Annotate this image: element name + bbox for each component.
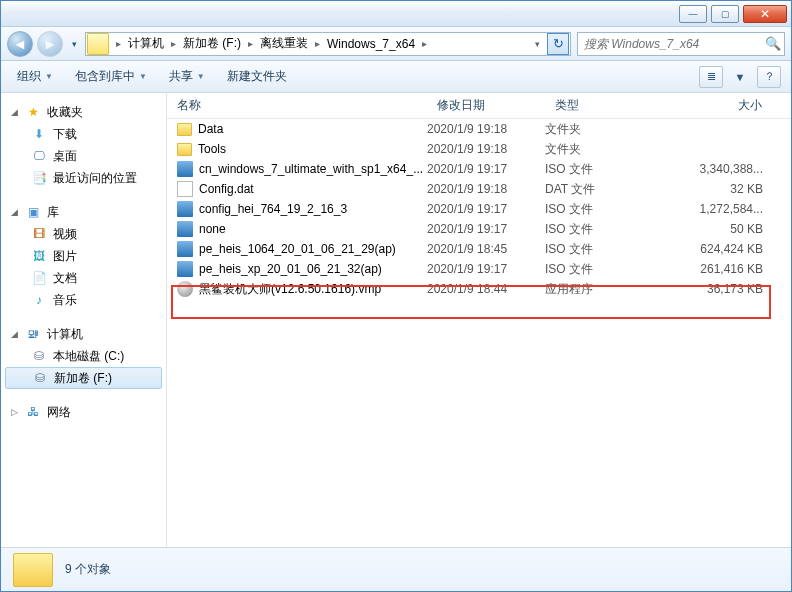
item-label: 下载 xyxy=(53,126,77,143)
item-label: 图片 xyxy=(53,248,77,265)
item-icon: ⬇ xyxy=(31,126,47,142)
file-type: ISO 文件 xyxy=(545,201,653,218)
file-row[interactable]: none2020/1/9 19:17ISO 文件50 KB xyxy=(167,219,791,239)
sidebar-item[interactable]: ♪音乐 xyxy=(1,289,166,311)
breadcrumb-segment[interactable]: 计算机 xyxy=(124,33,168,55)
minimize-button[interactable]: — xyxy=(679,5,707,23)
organize-label: 组织 xyxy=(17,68,41,85)
size-column-header[interactable]: 大小 xyxy=(653,93,791,118)
iso-icon xyxy=(177,261,193,277)
file-list-pane: 名称 修改日期 类型 大小 Data2020/1/9 19:18文件夹Tools… xyxy=(167,93,791,547)
file-name: Config.dat xyxy=(199,182,254,196)
column-headers: 名称 修改日期 类型 大小 xyxy=(167,93,791,119)
item-icon: ⛁ xyxy=(32,370,48,386)
organize-menu[interactable]: 组织 ▼ xyxy=(11,65,59,88)
file-row[interactable]: Config.dat2020/1/9 19:18DAT 文件32 KB xyxy=(167,179,791,199)
file-size: 1,272,584... xyxy=(653,202,791,216)
file-date: 2020/1/9 19:17 xyxy=(427,202,545,216)
file-row[interactable]: cn_windows_7_ultimate_with_sp1_x64_...20… xyxy=(167,159,791,179)
new-folder-button[interactable]: 新建文件夹 xyxy=(221,65,293,88)
sidebar-item[interactable]: 🖼图片 xyxy=(1,245,166,267)
file-name: 黑鲨装机大师(v12.6.50.1616).vmp xyxy=(199,281,381,298)
file-type: ISO 文件 xyxy=(545,261,653,278)
collapse-icon[interactable]: ◢ xyxy=(11,207,19,217)
sidebar-item[interactable]: ⛁新加卷 (F:) xyxy=(5,367,162,389)
libraries-header[interactable]: ◢ ▣ 库 xyxy=(1,201,166,223)
change-view-button[interactable]: ≣ xyxy=(699,66,723,88)
back-button[interactable]: ◄ xyxy=(7,31,33,57)
file-size: 36,173 KB xyxy=(653,282,791,296)
chevron-right-icon[interactable]: ▸ xyxy=(419,38,430,49)
details-pane: 9 个对象 xyxy=(1,547,791,591)
forward-button[interactable]: ► xyxy=(37,31,63,57)
file-size: 624,424 KB xyxy=(653,242,791,256)
file-row[interactable]: config_hei_764_19_2_16_32020/1/9 19:17IS… xyxy=(167,199,791,219)
refresh-button[interactable]: ↻ xyxy=(547,33,569,55)
search-icon[interactable]: 🔍 xyxy=(762,36,784,51)
breadcrumb-segment[interactable]: Windows_7_x64 xyxy=(323,33,419,55)
file-rows[interactable]: Data2020/1/9 19:18文件夹Tools2020/1/9 19:18… xyxy=(167,119,791,547)
computer-label: 计算机 xyxy=(47,326,83,343)
item-icon: 🖼 xyxy=(31,248,47,264)
address-bar[interactable]: ▸ 计算机▸新加卷 (F:)▸离线重装▸Windows_7_x64▸ ▾ ↻ xyxy=(85,32,571,56)
item-icon: 🎞 xyxy=(31,226,47,242)
name-column-header[interactable]: 名称 xyxy=(167,93,427,118)
sidebar-item[interactable]: 📄文档 xyxy=(1,267,166,289)
sidebar-item[interactable]: 📑最近访问的位置 xyxy=(1,167,166,189)
file-size: 32 KB xyxy=(653,182,791,196)
favorites-header[interactable]: ◢ ★ 收藏夹 xyxy=(1,101,166,123)
file-date: 2020/1/9 19:18 xyxy=(427,142,545,156)
expand-icon[interactable]: ▷ xyxy=(11,407,19,417)
view-dropdown[interactable]: ▼ xyxy=(733,66,747,88)
file-row[interactable]: Data2020/1/9 19:18文件夹 xyxy=(167,119,791,139)
breadcrumb-segment[interactable]: 离线重装 xyxy=(256,33,312,55)
sidebar-item[interactable]: ⬇下载 xyxy=(1,123,166,145)
iso-icon xyxy=(177,241,193,257)
close-button[interactable]: ✕ xyxy=(743,5,787,23)
collapse-icon[interactable]: ◢ xyxy=(11,107,19,117)
search-box[interactable]: 🔍 xyxy=(577,32,785,56)
breadcrumb-segment[interactable]: 新加卷 (F:) xyxy=(179,33,245,55)
network-icon: 🖧 xyxy=(25,404,41,420)
search-input[interactable] xyxy=(578,33,762,55)
share-menu[interactable]: 共享 ▼ xyxy=(163,65,211,88)
file-name: Tools xyxy=(198,142,226,156)
collapse-icon[interactable]: ◢ xyxy=(11,329,19,339)
item-label: 桌面 xyxy=(53,148,77,165)
exe-icon xyxy=(177,281,193,297)
recent-locations-dropdown[interactable]: ▾ xyxy=(67,31,81,57)
item-label: 音乐 xyxy=(53,292,77,309)
titlebar[interactable]: — ▢ ✕ xyxy=(1,1,791,27)
item-icon: 📄 xyxy=(31,270,47,286)
file-name: config_hei_764_19_2_16_3 xyxy=(199,202,347,216)
file-size: 3,340,388... xyxy=(653,162,791,176)
chevron-right-icon[interactable]: ▸ xyxy=(168,38,179,49)
date-column-header[interactable]: 修改日期 xyxy=(427,93,545,118)
type-column-header[interactable]: 类型 xyxy=(545,93,653,118)
address-dropdown[interactable]: ▾ xyxy=(532,39,543,49)
file-type: ISO 文件 xyxy=(545,221,653,238)
computer-header[interactable]: ◢ 🖳 计算机 xyxy=(1,323,166,345)
file-name: cn_windows_7_ultimate_with_sp1_x64_... xyxy=(199,162,423,176)
network-header[interactable]: ▷ 🖧 网络 xyxy=(1,401,166,423)
file-name: pe_heis_1064_20_01_06_21_29(ap) xyxy=(199,242,396,256)
file-type: 应用程序 xyxy=(545,281,653,298)
item-icon: ♪ xyxy=(31,292,47,308)
help-button[interactable]: ？ xyxy=(757,66,781,88)
chevron-right-icon[interactable]: ▸ xyxy=(245,38,256,49)
sidebar-item[interactable]: 🎞视频 xyxy=(1,223,166,245)
sidebar-item[interactable]: ⛁本地磁盘 (C:) xyxy=(1,345,166,367)
chevron-right-icon[interactable]: ▸ xyxy=(113,38,124,49)
file-row[interactable]: Tools2020/1/9 19:18文件夹 xyxy=(167,139,791,159)
maximize-button[interactable]: ▢ xyxy=(711,5,739,23)
include-in-library-menu[interactable]: 包含到库中 ▼ xyxy=(69,65,153,88)
chevron-right-icon[interactable]: ▸ xyxy=(312,38,323,49)
command-bar: 组织 ▼ 包含到库中 ▼ 共享 ▼ 新建文件夹 ≣ ▼ ？ xyxy=(1,61,791,93)
item-icon: 📑 xyxy=(31,170,47,186)
sidebar-item[interactable]: 🖵桌面 xyxy=(1,145,166,167)
file-row[interactable]: pe_heis_xp_20_01_06_21_32(ap)2020/1/9 19… xyxy=(167,259,791,279)
file-row[interactable]: 黑鲨装机大师(v12.6.50.1616).vmp2020/1/9 18:44应… xyxy=(167,279,791,299)
file-date: 2020/1/9 18:45 xyxy=(427,242,545,256)
navigation-pane[interactable]: ◢ ★ 收藏夹 ⬇下载🖵桌面📑最近访问的位置 ◢ ▣ 库 🎞视频🖼图片📄文档♪音… xyxy=(1,93,167,547)
file-row[interactable]: pe_heis_1064_20_01_06_21_29(ap)2020/1/9 … xyxy=(167,239,791,259)
